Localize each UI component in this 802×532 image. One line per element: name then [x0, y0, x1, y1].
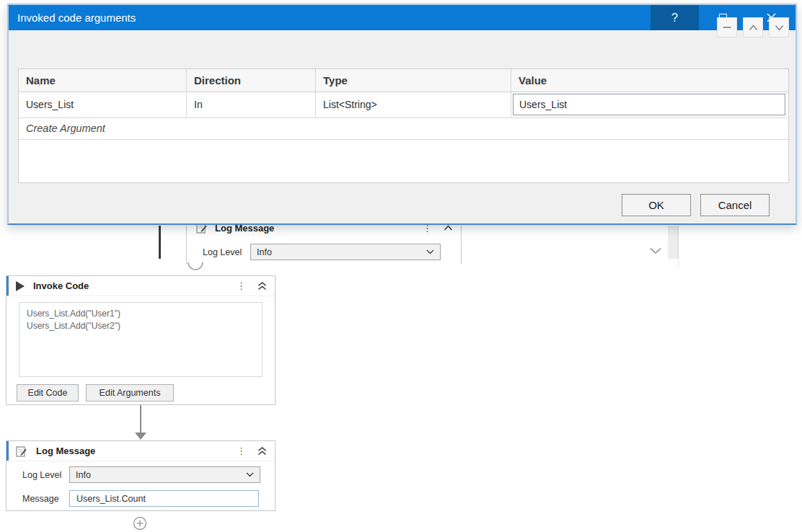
column-header-value[interactable]: Value: [511, 69, 788, 92]
move-down-button[interactable]: [769, 17, 789, 37]
activity-title: Log Message: [36, 445, 95, 456]
chevron-down-icon: [246, 472, 254, 477]
log-level-label: Log Level: [22, 470, 67, 480]
message-row: Message: [6, 490, 275, 507]
connector-node-arc: [187, 261, 204, 274]
scrollbar-thumb[interactable]: [668, 226, 678, 259]
chevron-down-icon: [426, 249, 434, 254]
argument-value-cell: [511, 92, 788, 118]
activity-title: Invoke Code: [33, 280, 89, 291]
table-empty-area: [19, 140, 788, 182]
table-header-row: Name Direction Type Value: [19, 69, 788, 92]
workflow-connector-line: [159, 226, 161, 259]
chevron-down-icon: [775, 25, 784, 31]
help-button[interactable]: ?: [651, 5, 699, 30]
log-level-label: Log Level: [203, 247, 247, 257]
code-preview-box[interactable]: Users_List.Add("User1") Users_List.Add("…: [19, 302, 263, 377]
arguments-toolbar: [717, 17, 789, 37]
scroll-down-icon[interactable]: [650, 244, 661, 257]
message-input[interactable]: [69, 490, 259, 507]
activity-menu-icon[interactable]: ⋮: [237, 446, 246, 456]
cancel-button[interactable]: Cancel: [700, 194, 770, 216]
move-up-button[interactable]: [743, 17, 763, 37]
invoked-code-arguments-dialog: Invoked code arguments ? Name Direction …: [7, 4, 797, 225]
invoke-code-header[interactable]: Invoke Code ⋮: [6, 276, 275, 296]
arguments-table: Name Direction Type Value Users_List In …: [18, 68, 789, 183]
background-log-level-row: Log Level Info: [187, 244, 461, 260]
collapse-double-chevron-icon[interactable]: [257, 447, 267, 456]
minus-icon: [722, 22, 732, 32]
code-line: Users_List.Add("User1"): [27, 308, 255, 320]
flow-arrowhead-icon: [135, 433, 146, 440]
column-header-name[interactable]: Name: [19, 69, 187, 92]
argument-row[interactable]: Users_List In List<String>: [19, 92, 788, 118]
collapse-double-chevron-icon[interactable]: [257, 282, 267, 291]
play-icon: [16, 281, 25, 291]
create-argument-row[interactable]: Create Argument: [19, 118, 788, 140]
remove-argument-button[interactable]: [717, 17, 737, 37]
dialog-title: Invoked code arguments: [9, 5, 651, 30]
message-label: Message: [22, 494, 67, 504]
flow-connector-line: [140, 405, 141, 434]
dialog-titlebar[interactable]: Invoked code arguments ?: [9, 5, 796, 30]
argument-direction-cell[interactable]: In: [187, 92, 316, 118]
argument-name-cell[interactable]: Users_List: [19, 92, 187, 118]
log-message-activity[interactable]: Log Message ⋮ Log Level Info Message: [6, 440, 276, 511]
chevron-up-icon: [749, 25, 758, 31]
edit-code-button[interactable]: Edit Code: [17, 384, 79, 402]
code-line: Users_List.Add("User2"): [27, 320, 255, 332]
log-message-header[interactable]: Log Message ⋮: [6, 441, 275, 461]
activity-menu-icon[interactable]: ⋮: [237, 281, 246, 291]
invoke-code-activity[interactable]: Invoke Code ⋮ Users_List.Add("User1") Us…: [6, 275, 276, 405]
screen: Log Message ⋮ Log Level Info: [0, 0, 802, 532]
ok-button[interactable]: OK: [622, 194, 691, 216]
argument-value-input[interactable]: [513, 94, 785, 115]
column-header-direction[interactable]: Direction: [187, 69, 316, 92]
dialog-actions: OK Cancel: [622, 194, 770, 216]
add-activity-button[interactable]: [133, 516, 147, 532]
log-message-icon: [16, 445, 27, 457]
log-level-row: Log Level Info: [6, 466, 275, 483]
panel-divider: [678, 226, 679, 267]
background-log-level-dropdown[interactable]: Info: [250, 244, 441, 260]
column-header-type[interactable]: Type: [316, 69, 511, 92]
edit-arguments-button[interactable]: Edit Arguments: [86, 384, 174, 402]
argument-type-cell[interactable]: List<String>: [316, 92, 511, 118]
log-level-dropdown[interactable]: Info: [69, 466, 260, 483]
collapse-icon[interactable]: [444, 225, 453, 231]
